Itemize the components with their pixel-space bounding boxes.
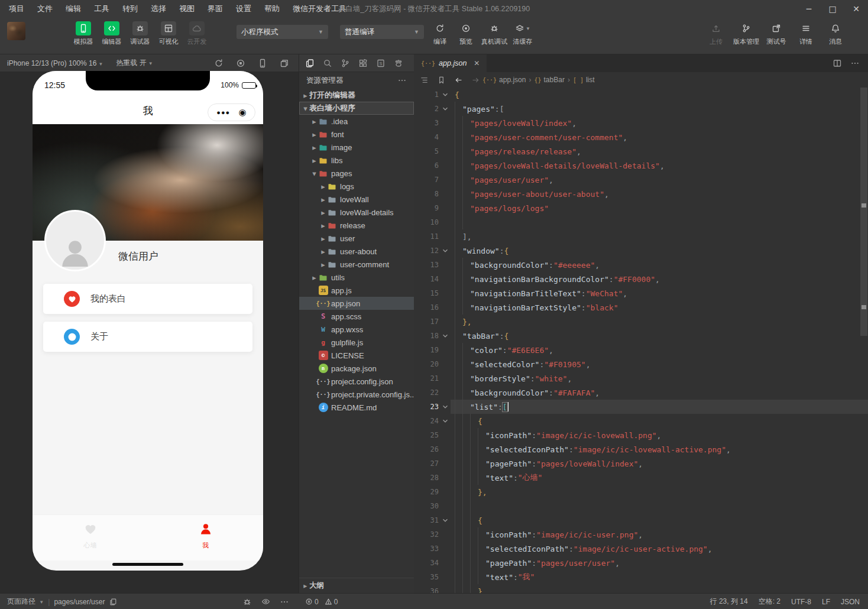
fold-icon[interactable] xyxy=(441,332,451,340)
toolbar-phone-button[interactable]: 模拟器 xyxy=(69,21,98,46)
tree-item-app.wxss[interactable]: W app.wxss xyxy=(299,323,414,336)
phone-tab-0[interactable]: 心墙 xyxy=(33,515,148,561)
avatar[interactable] xyxy=(44,210,106,271)
statusbar-segment-1[interactable]: 空格: 2 xyxy=(759,597,780,607)
code-line-34[interactable]: 34 "pagePath": "pages/user/user", xyxy=(414,556,868,570)
more-icon[interactable] xyxy=(280,597,289,607)
menu-item-2[interactable]: 编辑 xyxy=(60,2,86,16)
tree-item-image[interactable]: ▸ image xyxy=(299,141,414,154)
toolbar-preview-action[interactable]: 预览 xyxy=(453,21,479,46)
fold-icon[interactable] xyxy=(441,90,451,99)
hot-reload-toggle[interactable]: 热重载 开▼ xyxy=(116,58,153,68)
nav-forward-icon[interactable] xyxy=(471,76,480,85)
statusbar-segment-4[interactable]: JSON xyxy=(841,598,860,606)
code-line-35[interactable]: 35 "text": "我" xyxy=(414,570,868,584)
device-select[interactable]: iPhone 12/13 (Pro) 100% 16▼ xyxy=(0,59,103,67)
tree-item-app.scss[interactable]: S app.scss xyxy=(299,310,414,323)
menu-item-5[interactable]: 选择 xyxy=(145,2,171,16)
split-editor-icon[interactable] xyxy=(833,59,842,68)
code-line-28[interactable]: 28 "text": "心墙" xyxy=(414,471,868,485)
tab-app-json[interactable]: {··} app.json ✕ xyxy=(414,54,487,72)
breadcrumb-tabBar[interactable]: {} tabBar xyxy=(534,76,564,84)
menu-item-8[interactable]: 设置 xyxy=(231,2,257,16)
code-line-18[interactable]: 18 "tabBar": { xyxy=(414,329,868,343)
nav-back-icon[interactable] xyxy=(454,76,463,85)
debug-icon[interactable] xyxy=(242,597,252,607)
code-line-32[interactable]: 32 "iconPath":"image/ic/ic-user.png", xyxy=(414,527,868,542)
tree-item-project.private.config.js...[interactable]: {··} project.private.config.js... xyxy=(299,388,414,401)
menu-card-0[interactable]: 我的表白 xyxy=(43,284,252,314)
toolbar-debug-action[interactable]: 真机调试 xyxy=(479,21,510,46)
code-line-5[interactable]: 5 "pages/release/release", xyxy=(414,144,868,158)
bookmark-icon[interactable] xyxy=(437,76,446,85)
menu-item-3[interactable]: 工具 xyxy=(89,2,115,16)
files-icon[interactable] xyxy=(305,59,315,68)
window-maximize-button[interactable]: □ xyxy=(821,0,844,18)
code-line-3[interactable]: 3 "pages/loveWall/index", xyxy=(414,116,868,130)
search-icon[interactable] xyxy=(323,59,332,68)
code-line-8[interactable]: 8 "pages/user-about/user-about", xyxy=(414,187,868,201)
code-editor[interactable]: 1 { 2 "pages":[ 3 "pages/loveWall/index"… xyxy=(414,88,868,593)
fold-icon[interactable] xyxy=(441,403,451,411)
code-line-12[interactable]: 12 "window":{ xyxy=(414,244,868,258)
menu-item-9[interactable]: 帮助 xyxy=(259,2,285,16)
code-line-4[interactable]: 4 "pages/user-comment/user-comment", xyxy=(414,130,868,144)
scrollbar-thumb[interactable] xyxy=(860,88,867,336)
breadcrumb-list[interactable]: [ ] list xyxy=(573,76,595,84)
code-line-30[interactable]: 30 xyxy=(414,499,868,513)
branch-icon[interactable] xyxy=(341,59,350,68)
fold-icon[interactable] xyxy=(441,417,451,425)
fold-icon[interactable] xyxy=(441,516,451,524)
capsule-button[interactable]: ●●● ◉ xyxy=(208,103,255,121)
page-path-select[interactable]: 页面路径 ▼ xyxy=(7,597,44,607)
statusbar-segment-0[interactable]: 行 23, 列 14 xyxy=(710,597,748,607)
phone-icon[interactable] xyxy=(258,59,267,68)
toolbar-layers-action[interactable]: ▼ 清缓存 xyxy=(510,21,536,46)
code-line-11[interactable]: 11 ], xyxy=(414,229,868,244)
code-line-21[interactable]: 21 "borderStyle":"white", xyxy=(414,371,868,386)
menu-card-1[interactable]: i 关于 xyxy=(43,322,252,352)
tree-item-project.config.json[interactable]: {··} project.config.json xyxy=(299,375,414,388)
record-icon[interactable] xyxy=(236,59,245,68)
window-minimize-button[interactable]: ─ xyxy=(797,0,821,18)
compile-select[interactable]: 普通编译 ▼ xyxy=(340,25,424,39)
tree-item-package.json[interactable]: n package.json xyxy=(299,362,414,375)
menu-item-1[interactable]: 文件 xyxy=(32,2,58,16)
windows-icon[interactable] xyxy=(280,59,289,68)
code-line-7[interactable]: 7 "pages/user/user", xyxy=(414,173,868,187)
phone-tab-1[interactable]: 我 xyxy=(148,515,263,561)
more-icon[interactable] xyxy=(397,76,407,85)
toolbar-bell-action[interactable]: 消息 xyxy=(821,21,850,46)
problem-counts[interactable]: 0 0 xyxy=(305,594,338,609)
tree-item-app.json[interactable]: {··} app.json xyxy=(299,297,414,310)
tree-item-libs[interactable]: ▸ libs xyxy=(299,154,414,167)
tree-item-gulpfile.js[interactable]: g gulpfile.js xyxy=(299,336,414,349)
tree-item-.idea[interactable]: ▸ .idea xyxy=(299,115,414,128)
snippet-icon[interactable]: S xyxy=(376,59,386,68)
refresh-icon[interactable] xyxy=(214,59,224,68)
tree-item-README.md[interactable]: i README.md xyxy=(299,401,414,414)
code-line-29[interactable]: 29 }, xyxy=(414,485,868,499)
toolbar-visualize-button[interactable]: 可视化 xyxy=(154,21,183,46)
code-line-9[interactable]: 9 "pages/logs/logs" xyxy=(414,201,868,215)
tree-item-utils[interactable]: ▸ utils xyxy=(299,271,414,284)
outline-list-icon[interactable] xyxy=(420,76,429,85)
mode-select[interactable]: 小程序模式 ▼ xyxy=(237,25,328,39)
tree-item-pages[interactable]: ▾ pages xyxy=(299,167,414,180)
tree-item-loveWall[interactable]: ▸ loveWall xyxy=(299,193,414,206)
statusbar-segment-2[interactable]: UTF-8 xyxy=(791,598,811,606)
tree-item-user-comment[interactable]: ▸ user-comment xyxy=(299,258,414,271)
toolbar-upload-action[interactable]: 上传 xyxy=(701,21,731,46)
code-line-26[interactable]: 26 "selectedIconPath":"image/ic/ic-lovew… xyxy=(414,442,868,456)
code-line-6[interactable]: 6 "pages/loveWall-details/loveWall-detai… xyxy=(414,158,868,173)
tree-item-logs[interactable]: ▸ logs xyxy=(299,180,414,193)
statusbar-segment-3[interactable]: LF xyxy=(822,598,830,606)
code-line-25[interactable]: 25 "iconPath":"image/ic/ic-lovewall.png"… xyxy=(414,428,868,442)
breadcrumb-app.json[interactable]: {··} app.json xyxy=(482,76,526,84)
fold-icon[interactable] xyxy=(441,105,451,113)
toolbar-external-action[interactable]: 测试号 xyxy=(762,21,791,46)
fold-icon[interactable] xyxy=(441,247,451,255)
tree-item-user[interactable]: ▸ user xyxy=(299,232,414,245)
tree-item-打开的编辑器[interactable]: ▸ 打开的编辑器 xyxy=(299,89,414,102)
more-icon[interactable]: ●●● xyxy=(216,109,230,116)
